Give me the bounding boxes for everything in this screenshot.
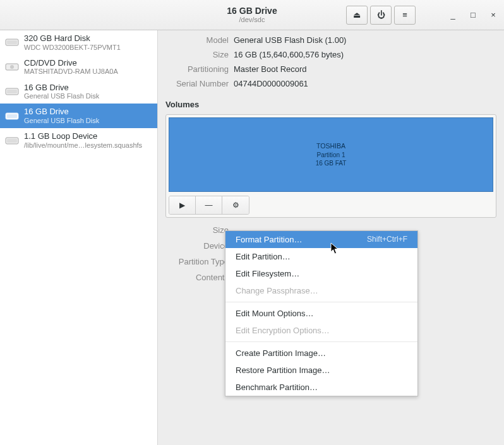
header-title-block: 16 GB Drive /dev/sdc (227, 6, 277, 25)
window-subtitle: /dev/sdc (227, 16, 277, 24)
sidebar-item-loop[interactable]: 1.1 GB Loop Device /lib/live/mount/me…le… (0, 128, 157, 153)
size-value: 16 GB (15,640,600,576 bytes) (234, 50, 496, 59)
device-text: 320 GB Hard Disk WDC WD3200BEKT-75PVMT1 (24, 33, 121, 52)
loop-icon (5, 136, 19, 146)
device-title: 16 GB Drive (24, 83, 99, 93)
svg-rect-7 (7, 114, 17, 118)
menu-separator (225, 341, 417, 342)
device-title: 320 GB Hard Disk (24, 33, 121, 44)
device-title: CD/DVD Drive (24, 58, 118, 68)
model-label: Model (165, 35, 229, 45)
delete-minus-button[interactable]: — (196, 196, 222, 214)
vol-contents-label: Contents (165, 273, 229, 282)
menu-create-partition-image[interactable]: Create Partition Image… (225, 345, 417, 362)
power-icon: ⏻ (377, 10, 385, 20)
device-text: 1.1 GB Loop Device /lib/live/mount/me…le… (24, 131, 142, 150)
model-value: General USB Flash Disk (1.00) (234, 35, 496, 45)
menu-label: Change Passphrase… (236, 286, 318, 295)
eject-icon: ⏏ (353, 10, 361, 20)
volume-block-text: TOSHIBA Partition 1 16 GB FAT (316, 142, 347, 167)
cursor-icon (330, 242, 339, 255)
device-text: 16 GB Drive General USB Flash Disk (24, 83, 99, 101)
menu-edit-mount-options[interactable]: Edit Mount Options… (225, 305, 417, 322)
mount-play-button[interactable]: ▶ (169, 196, 196, 214)
header-action-buttons: ⏏ ⏻ ≡ (346, 6, 416, 25)
removable-icon (5, 111, 19, 121)
sidebar-item-usb[interactable]: 16 GB Drive General USB Flash Disk (0, 80, 157, 104)
menu-edit-partition[interactable]: Edit Partition… (225, 248, 417, 265)
menu-change-passphrase: Change Passphrase… (225, 282, 417, 299)
menu-button[interactable]: ≡ (394, 6, 416, 25)
device-sidebar: 320 GB Hard Disk WDC WD3200BEKT-75PVMT1 … (0, 30, 158, 445)
maximize-icon: □ (471, 10, 476, 20)
menu-label: Restore Partition Image… (236, 365, 330, 375)
menu-edit-encryption-options: Edit Encryption Options… (225, 322, 417, 339)
close-icon: × (491, 10, 496, 20)
device-subtitle: WDC WD3200BEKT-75PVMT1 (24, 44, 121, 52)
svg-rect-1 (7, 40, 17, 44)
sidebar-item-usb-selected[interactable]: 16 GB Drive General USB Flash Disk (0, 104, 157, 128)
harddisk-icon (5, 37, 19, 47)
drive-properties: Model General USB Flash Disk (1.00) Size… (165, 35, 496, 88)
device-text: CD/DVD Drive MATSHITADVD-RAM UJ8A0A (24, 58, 118, 76)
device-title: 16 GB Drive (24, 107, 99, 117)
partitioning-label: Partitioning (165, 64, 229, 74)
menu-benchmark-partition[interactable]: Benchmark Partition… (225, 379, 417, 396)
volume-size: 16 GB FAT (316, 159, 347, 167)
device-title: 1.1 GB Loop Device (24, 131, 142, 141)
menu-restore-partition-image[interactable]: Restore Partition Image… (225, 362, 417, 379)
minimize-button[interactable]: _ (448, 10, 457, 20)
volumes-box: TOSHIBA Partition 1 16 GB FAT ▶ — ⚙ (165, 114, 496, 218)
menu-label: Edit Encryption Options… (236, 326, 330, 335)
volume-partition: Partition 1 (316, 151, 347, 159)
optical-icon (5, 62, 19, 72)
volumes-section-title: Volumes (165, 100, 496, 109)
maximize-button[interactable]: □ (469, 10, 477, 20)
serial-label: Serial Number (165, 79, 229, 88)
sidebar-item-disk[interactable]: 320 GB Hard Disk WDC WD3200BEKT-75PVMT1 (0, 30, 157, 55)
device-subtitle: /lib/live/mount/me…lesystem.squashfs (24, 141, 142, 150)
menu-label: Edit Mount Options… (236, 309, 314, 318)
size-label: Size (165, 50, 229, 59)
serial-value: 04744D0000009061 (234, 79, 496, 88)
vol-device-label: Device (165, 241, 229, 251)
menu-edit-filesystem[interactable]: Edit Filesystem… (225, 265, 417, 282)
play-icon: ▶ (179, 201, 185, 210)
volume-menu-button[interactable]: ⚙ (222, 196, 249, 214)
menu-accelerator: Shift+Ctrl+F (367, 235, 407, 244)
menu-label: Format Partition… (236, 235, 302, 244)
close-button[interactable]: × (489, 10, 498, 20)
volume-block[interactable]: TOSHIBA Partition 1 16 GB FAT (169, 117, 493, 192)
sidebar-item-optical[interactable]: CD/DVD Drive MATSHITADVD-RAM UJ8A0A (0, 55, 157, 80)
device-subtitle: MATSHITADVD-RAM UJ8A0A (24, 68, 118, 76)
vol-parttype-label: Partition Type (165, 257, 229, 266)
svg-rect-5 (7, 90, 17, 93)
partitioning-value: Master Boot Record (234, 64, 496, 74)
menu-label: Edit Partition… (236, 252, 291, 261)
menu-label: Benchmark Partition… (236, 383, 318, 392)
device-subtitle: General USB Flash Disk (24, 92, 99, 100)
minimize-icon: _ (450, 10, 455, 20)
window-controls: _ □ × (448, 10, 498, 20)
svg-point-3 (10, 65, 14, 69)
eject-button[interactable]: ⏏ (346, 6, 368, 25)
volume-context-menu: Format Partition… Shift+Ctrl+F Edit Part… (225, 230, 418, 396)
hamburger-icon: ≡ (402, 10, 407, 20)
minus-icon: — (205, 201, 213, 210)
vol-size-label: Size (165, 225, 229, 235)
menu-label: Edit Filesystem… (236, 269, 299, 278)
volume-toolbar: ▶ — ⚙ (169, 196, 249, 215)
headerbar: 16 GB Drive /dev/sdc ⏏ ⏻ ≡ _ □ × (0, 0, 504, 30)
gear-icon: ⚙ (232, 201, 239, 210)
menu-separator (225, 302, 417, 302)
removable-icon (5, 86, 19, 97)
volume-name: TOSHIBA (316, 142, 347, 151)
device-text: 16 GB Drive General USB Flash Disk (24, 107, 99, 125)
menu-label: Create Partition Image… (236, 348, 326, 358)
menu-format-partition[interactable]: Format Partition… Shift+Ctrl+F (225, 231, 417, 248)
svg-rect-9 (7, 139, 17, 143)
power-button[interactable]: ⏻ (370, 6, 392, 25)
device-subtitle: General USB Flash Disk (24, 117, 99, 125)
window-title: 16 GB Drive (227, 6, 277, 16)
